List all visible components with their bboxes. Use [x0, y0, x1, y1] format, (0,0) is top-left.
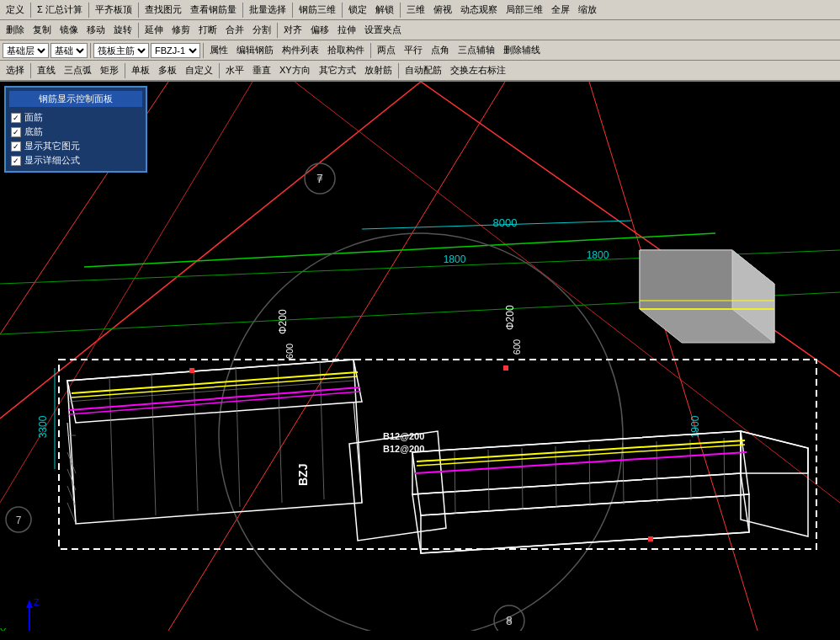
btn-single-board[interactable]: 单板 — [128, 62, 153, 78]
sep — [138, 3, 139, 18]
layer-select[interactable]: 基础层 — [3, 43, 49, 58]
btn-set-grip[interactable]: 设置夹点 — [361, 22, 405, 38]
rebar-panel-item-show-detail[interactable]: ✓ 显示详细公式 — [9, 153, 142, 168]
sep — [242, 3, 243, 18]
btn-local-3d[interactable]: 局部三维 — [502, 2, 546, 18]
btn-3d[interactable]: 三维 — [403, 2, 428, 18]
btn-radial-rebar[interactable]: 放射筋 — [361, 62, 396, 78]
label-show-other: 显示其它图元 — [24, 140, 80, 152]
btn-two-points[interactable]: 两点 — [374, 42, 399, 58]
btn-stretch[interactable]: 拉伸 — [334, 22, 359, 38]
label-show-detail: 显示详细公式 — [24, 154, 80, 167]
sep — [292, 3, 293, 18]
checkbox-show-detail[interactable]: ✓ — [11, 156, 21, 166]
btn-lock[interactable]: 锁定 — [345, 2, 370, 18]
btn-swap-annotation[interactable]: 交换左右标注 — [447, 62, 509, 78]
btn-mirror[interactable]: 镜像 — [56, 22, 82, 38]
sep — [88, 3, 89, 18]
btn-point-angle[interactable]: 点角 — [428, 42, 453, 58]
component-code-select[interactable]: FBZJ-1 — [151, 43, 200, 58]
sep — [370, 43, 371, 58]
btn-select[interactable]: 选择 — [3, 62, 28, 78]
btn-offset[interactable]: 偏移 — [307, 22, 332, 38]
svg-text:Φ200: Φ200 — [504, 305, 516, 330]
btn-trim[interactable]: 修剪 — [168, 22, 194, 38]
btn-split[interactable]: 分割 — [249, 22, 274, 38]
btn-arc[interactable]: 三点弧 — [61, 62, 95, 78]
btn-align[interactable]: 对齐 — [280, 22, 306, 38]
toolbar-row-3: 基础层 基础 筏板主筋 FBZJ-1 属性 编辑钢筋 构件列表 拾取构件 两点 … — [0, 40, 840, 61]
btn-line[interactable]: 直线 — [34, 62, 59, 78]
btn-move[interactable]: 移动 — [83, 22, 109, 38]
btn-break[interactable]: 打断 — [195, 22, 221, 38]
svg-rect-76 — [648, 536, 653, 541]
btn-define[interactable]: 定义 — [3, 2, 28, 18]
btn-del-aux-line[interactable]: 删除辅线 — [500, 42, 544, 58]
sep — [400, 3, 401, 18]
svg-text:7: 7 — [16, 515, 22, 526]
svg-text:1800: 1800 — [587, 249, 609, 261]
sep — [138, 23, 139, 38]
btn-pick-comp[interactable]: 拾取构件 — [324, 42, 368, 58]
btn-vertical[interactable]: 垂直 — [249, 62, 274, 78]
btn-join[interactable]: 合并 — [222, 22, 247, 38]
btn-multi-board[interactable]: 多板 — [155, 62, 180, 78]
btn-property[interactable]: 属性 — [206, 42, 231, 58]
svg-text:B12@200: B12@200 — [383, 444, 424, 454]
sep — [90, 43, 91, 58]
svg-text:Φ200: Φ200 — [277, 309, 289, 334]
svg-text:B12@200: B12@200 — [383, 431, 424, 441]
btn-batch-select[interactable]: 批量选择 — [246, 2, 290, 18]
btn-dynamic-view[interactable]: 动态观察 — [457, 2, 501, 18]
label-bottom-rebar: 底筋 — [24, 125, 43, 138]
btn-comp-list[interactable]: 构件列表 — [279, 42, 322, 58]
svg-text:600: 600 — [512, 339, 522, 355]
btn-topview[interactable]: 俯视 — [430, 2, 455, 18]
sep — [277, 23, 278, 38]
btn-zoom[interactable]: 缩放 — [575, 2, 600, 18]
btn-view-rebar[interactable]: 查看钢筋量 — [187, 2, 240, 18]
btn-custom[interactable]: 自定义 — [182, 62, 216, 78]
btn-calc[interactable]: Σ 汇总计算 — [34, 2, 86, 18]
btn-rect[interactable]: 矩形 — [97, 62, 122, 78]
btn-delete[interactable]: 删除 — [3, 22, 28, 38]
svg-text:8000: 8000 — [493, 216, 518, 229]
svg-rect-75 — [503, 365, 508, 371]
svg-text:BZJ: BZJ — [296, 464, 310, 486]
toolbar-row-4: 选择 直线 三点弧 矩形 单板 多板 自定义 水平 垂直 XY方向 其它方式 放… — [0, 61, 840, 81]
checkbox-bottom-rebar[interactable]: ✓ — [11, 127, 21, 137]
btn-fullscreen[interactable]: 全屏 — [548, 2, 573, 18]
component-type-select[interactable]: 筏板主筋 — [93, 43, 149, 58]
toolbar-row-1: 定义 Σ 汇总计算 平齐板顶 查找图元 查看钢筋量 批量选择 钢筋三维 锁定 解… — [0, 0, 840, 20]
rebar-panel-item-face[interactable]: ✓ 面筋 — [9, 110, 142, 125]
btn-unlock[interactable]: 解锁 — [372, 2, 397, 18]
btn-other-way[interactable]: 其它方式 — [316, 62, 359, 78]
svg-text:3300: 3300 — [37, 415, 49, 438]
svg-rect-74 — [189, 368, 194, 373]
rebar-panel: 钢筋显示控制面板 ✓ 面筋 ✓ 底筋 ✓ 显示其它图元 ✓ 显示详细公式 — [4, 86, 147, 173]
btn-rotate[interactable]: 旋转 — [110, 22, 136, 38]
checkbox-face-rebar[interactable]: ✓ — [11, 113, 21, 123]
btn-xy-dir[interactable]: XY方向 — [276, 62, 314, 78]
btn-extend[interactable]: 延伸 — [141, 22, 167, 38]
canvas-area[interactable]: 7 8 7 8000 1800 1800 3300 600 600 1900 — [0, 82, 840, 631]
btn-rebar-3d[interactable]: 钢筋三维 — [295, 2, 339, 18]
checkbox-show-other[interactable]: ✓ — [11, 141, 21, 152]
sep — [203, 43, 204, 58]
btn-auto-config[interactable]: 自动配筋 — [401, 62, 445, 78]
btn-copy[interactable]: 复制 — [29, 22, 55, 38]
btn-align-top[interactable]: 平齐板顶 — [92, 2, 136, 18]
svg-text:1800: 1800 — [444, 253, 466, 265]
btn-edit-rebar[interactable]: 编辑钢筋 — [233, 42, 277, 58]
btn-horizontal[interactable]: 水平 — [222, 62, 247, 78]
svg-text:Z: Z — [34, 597, 40, 607]
svg-text:8: 8 — [506, 614, 513, 627]
btn-three-point-axis[interactable]: 三点辅轴 — [455, 42, 498, 58]
btn-find[interactable]: 查找图元 — [141, 2, 185, 18]
rebar-panel-item-bottom[interactable]: ✓ 底筋 — [9, 125, 142, 139]
sep — [125, 63, 125, 78]
btn-parallel[interactable]: 平行 — [401, 42, 426, 58]
rebar-panel-item-show-other[interactable]: ✓ 显示其它图元 — [9, 139, 142, 153]
toolbar-row-2: 删除 复制 镜像 移动 旋转 延伸 修剪 打断 合并 分割 对齐 偏移 拉伸 设… — [0, 20, 840, 40]
layer-type-select[interactable]: 基础 — [51, 43, 88, 58]
